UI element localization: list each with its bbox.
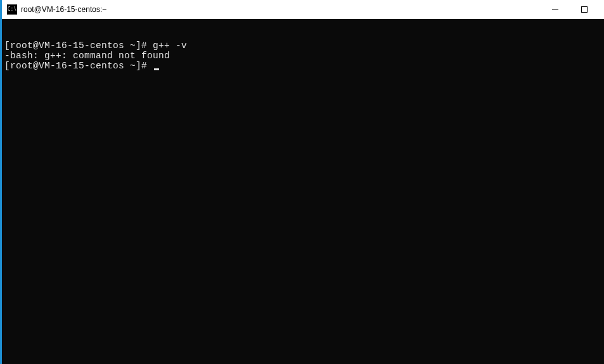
terminal-line: -bash: g++: command not found bbox=[4, 51, 601, 61]
prompt: [root@VM-16-15-centos ~]# bbox=[4, 41, 153, 51]
maximize-icon bbox=[581, 6, 588, 13]
maximize-button[interactable] bbox=[570, 0, 599, 19]
prompt: [root@VM-16-15-centos ~]# bbox=[4, 61, 153, 71]
terminal-line: [root@VM-16-15-centos ~]# g++ -v bbox=[4, 41, 601, 51]
svg-rect-1 bbox=[582, 7, 588, 13]
window-controls bbox=[541, 0, 599, 19]
minimize-button[interactable] bbox=[541, 0, 570, 19]
titlebar: C:\ root@VM-16-15-centos:~ bbox=[2, 0, 604, 19]
cursor bbox=[154, 68, 159, 70]
terminal-line: [root@VM-16-15-centos ~]# bbox=[4, 61, 601, 71]
minimize-icon bbox=[552, 6, 558, 13]
command-text: g++ -v bbox=[153, 41, 187, 51]
output-text: -bash: g++: command not found bbox=[4, 51, 170, 61]
window-title: root@VM-16-15-centos:~ bbox=[21, 5, 541, 14]
console-icon: C:\ bbox=[7, 4, 17, 15]
terminal-window: C:\ root@VM-16-15-centos:~ [root@VM-16-1… bbox=[0, 0, 604, 364]
terminal-body[interactable]: [root@VM-16-15-centos ~]# g++ -v-bash: g… bbox=[2, 19, 604, 364]
